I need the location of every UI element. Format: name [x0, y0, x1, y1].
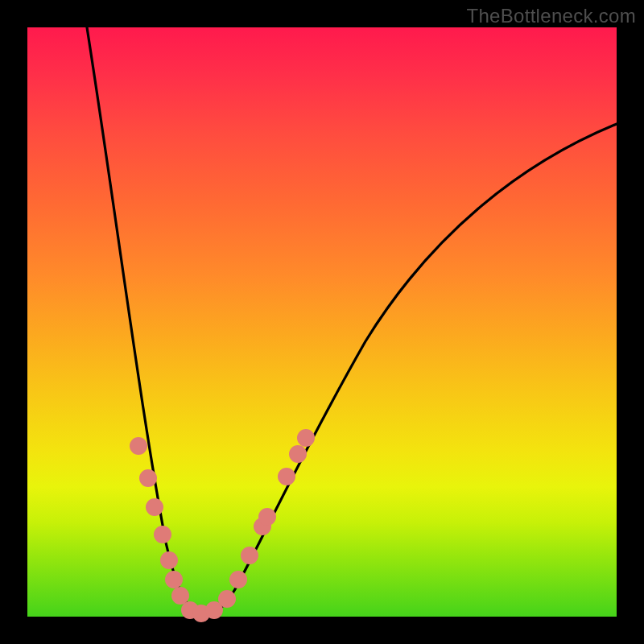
scatter-point — [241, 547, 258, 564]
scatter-point — [278, 468, 295, 485]
scatter-point — [165, 571, 183, 588]
chart-svg-layer — [27, 27, 617, 617]
scatter-point — [171, 587, 189, 605]
scatter-point — [218, 590, 236, 608]
bottleneck-curve — [87, 27, 617, 613]
chart-canvas-frame: TheBottleneck.com — [0, 0, 644, 644]
scatter-point — [297, 429, 315, 447]
bottleneck-curve — [87, 27, 617, 613]
scatter-point — [130, 437, 147, 455]
watermark-text: TheBottleneck.com — [466, 5, 636, 27]
chart-plot-area — [27, 27, 617, 617]
scatter-point — [146, 498, 163, 516]
scatter-point — [229, 571, 247, 588]
scatter-points — [130, 429, 315, 622]
scatter-point — [139, 469, 157, 487]
scatter-point — [160, 551, 178, 569]
scatter-point — [258, 508, 276, 526]
scatter-point — [289, 445, 307, 463]
scatter-point — [154, 526, 171, 543]
